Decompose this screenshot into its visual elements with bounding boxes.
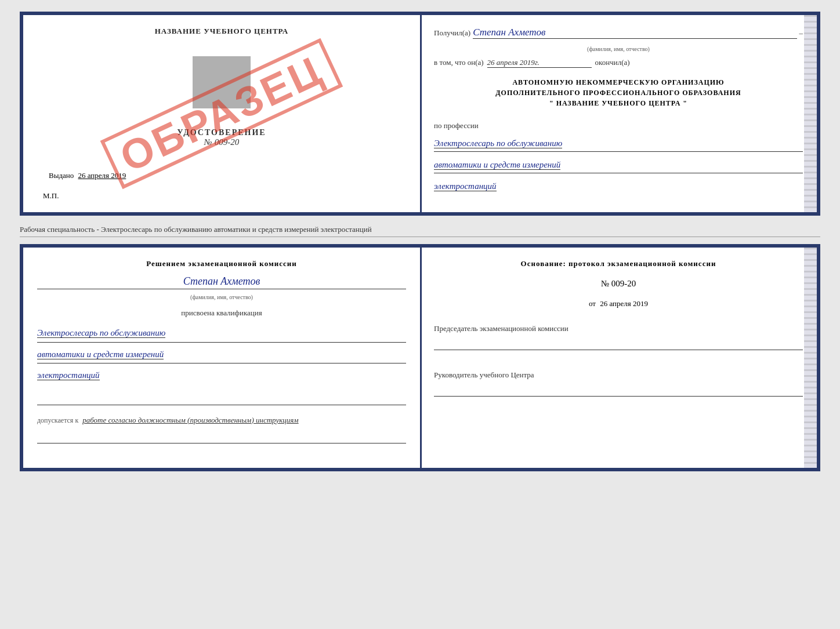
qualification-line2: автоматики и средств измерений — [37, 350, 164, 359]
qual-line2-row: автоматики и средств измерений — [37, 347, 406, 364]
prot-date-row: от 26 апреля 2019 — [434, 299, 803, 308]
qual-line3-row: электростанций — [37, 368, 406, 384]
assigned-label: присвоена квалификация — [37, 308, 406, 318]
org-block: АВТОНОМНУЮ НЕКОММЕРЧЕСКУЮ ОРГАНИЗАЦИЮ ДО… — [434, 77, 803, 108]
received-subtext: (фамилия, имя, отчество) — [434, 46, 803, 52]
document-container: НАЗВАНИЕ УЧЕБНОГО ЦЕНТРА УДОСТОВЕРЕНИЕ №… — [20, 12, 820, 471]
finished-label: окончил(а) — [595, 58, 630, 67]
rukov-signature-line — [434, 385, 803, 397]
top-certificate-spread: НАЗВАНИЕ УЧЕБНОГО ЦЕНТРА УДОСТОВЕРЕНИЕ №… — [20, 12, 820, 216]
cert-issue-date: Выдано 26 апреля 2019 — [37, 171, 126, 180]
specialty-text: Рабочая специальность - Электрослесарь п… — [20, 223, 820, 237]
допускается-prefix: допускается к — [37, 416, 78, 424]
dash1: – — [799, 28, 803, 38]
photo-placeholder — [193, 56, 251, 108]
допускается-value: работе согласно должностным (производств… — [82, 416, 298, 424]
cert-left-page: НАЗВАНИЕ УЧЕБНОГО ЦЕНТРА УДОСТОВЕРЕНИЕ №… — [23, 15, 420, 212]
bottom-certificate-spread: Решением экзаменационной комиссии Степан… — [20, 244, 820, 471]
допускается-block: допускается к работе согласно должностны… — [37, 416, 406, 425]
bottom-right-page: Основание: протокол экзаменационной коми… — [420, 248, 817, 468]
cert-mp: М.П. — [37, 191, 59, 201]
person-subtext: (фамилия, имя, отчество) — [37, 294, 406, 300]
chairman-block: Председатель экзаменационной комиссии — [434, 323, 803, 355]
profession-line1-row: Электрослесарь по обслуживанию — [434, 136, 803, 152]
in-that-label: в том, что он(а) — [434, 58, 484, 67]
profession-line2-row: автоматики и средств измерений — [434, 158, 803, 173]
profession-line1: Электрослесарь по обслуживанию — [434, 139, 562, 148]
profession-line2: автоматики и средств измерений — [434, 160, 560, 170]
cert-type-label: УДОСТОВЕРЕНИЕ — [177, 128, 266, 137]
rukov-block: Руководитель учебного Центра — [434, 370, 803, 401]
received-name: Степан Ахметов — [473, 27, 796, 39]
prot-date-prefix: от — [589, 299, 596, 308]
org-line2: ДОПОЛНИТЕЛЬНОГО ПРОФЕССИОНАЛЬНОГО ОБРАЗО… — [434, 88, 803, 98]
cert-type-block: УДОСТОВЕРЕНИЕ № 009-20 — [177, 128, 266, 147]
bottom-left-page: Решением экзаменационной комиссии Степан… — [23, 248, 420, 468]
received-label: Получил(а) — [434, 28, 470, 38]
org-line3: " НАЗВАНИЕ УЧЕБНОГО ЦЕНТРА " — [434, 98, 803, 108]
cert-number: № 009-20 — [177, 137, 266, 147]
date-value: 26 апреля 2019г. — [487, 58, 592, 68]
prot-date: 26 апреля 2019 — [600, 299, 648, 308]
chairman-label: Председатель экзаменационной комиссии — [434, 323, 803, 334]
chairman-signature-line — [434, 339, 803, 350]
osnov-title: Основание: протокол экзаменационной коми… — [434, 259, 803, 268]
rukov-label: Руководитель учебного Центра — [434, 370, 803, 380]
page-edge-right — [804, 15, 817, 212]
received-row: Получил(а) Степан Ахметов – — [434, 27, 803, 39]
issued-label: Выдано — [49, 171, 74, 180]
training-center-title: НАЗВАНИЕ УЧЕБНОГО ЦЕНТРА — [155, 27, 289, 36]
person-name-large: Степан Ахметов — [37, 275, 406, 289]
cert-right-page: Получил(а) Степан Ахметов – (фамилия, им… — [420, 15, 817, 212]
qualification-line1: Электрослесарь по обслуживанию — [37, 328, 165, 338]
profession-line3-row: электростанций — [434, 179, 803, 194]
commission-title: Решением экзаменационной комиссии — [37, 259, 406, 268]
qual-underline — [37, 394, 406, 405]
in-that-row: в том, что он(а) 26 апреля 2019г. окончи… — [434, 58, 803, 68]
profession-label: по профессии — [434, 121, 803, 130]
bottom-page-edge-right — [804, 248, 817, 468]
допускается-underline — [37, 432, 406, 443]
qual-line1-row: Электрослесарь по обслуживанию — [37, 326, 406, 343]
profession-line3: электростанций — [434, 181, 497, 191]
qualification-line3: электростанций — [37, 370, 100, 380]
org-line1: АВТОНОМНУЮ НЕКОММЕРЧЕСКУЮ ОРГАНИЗАЦИЮ — [434, 77, 803, 88]
issued-date: 26 апреля 2019 — [78, 171, 126, 180]
prot-number: № 009-20 — [434, 279, 803, 289]
